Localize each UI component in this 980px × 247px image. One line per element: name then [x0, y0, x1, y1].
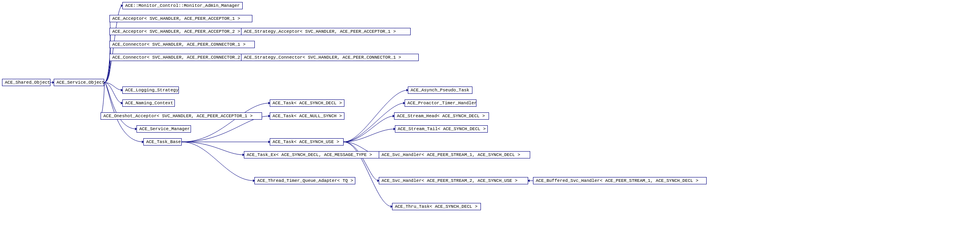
diagram-container: ACE_Shared_Object ACE_Service_Object ACE…: [0, 0, 980, 247]
node-ace-task-null-synch: ACE_Task< ACE_NULL_SYNCH >: [270, 112, 344, 120]
node-ace-thread-timer-queue-adapter: ACE_Thread_Timer_Queue_Adapter< TQ >: [254, 177, 355, 184]
node-ace-strategy-connector-1: ACE_Strategy_Connector< SVC_HANDLER, ACE…: [241, 54, 419, 61]
edges-svg: [0, 0, 980, 247]
node-ace-acceptor-1: ACE_Acceptor< SVC_HANDLER, ACE_PEER_ACCE…: [109, 15, 252, 22]
node-ace-service-object: ACE_Service_Object: [54, 79, 104, 86]
node-ace-svc-handler-1: ACE_Svc_Handler< ACE_PEER_STREAM_1, ACE_…: [379, 151, 530, 158]
node-ace-connector-2: ACE_Connector< SVC_HANDLER, ACE_PEER_CON…: [109, 54, 255, 61]
node-ace-oneshot-acceptor: ACE_Oneshot_Acceptor< SVC_HANDLER, ACE_P…: [101, 112, 262, 120]
node-ace-task-synch-use: ACE_Task< ACE_SYNCH_USE >: [270, 138, 344, 146]
node-ace-monitor-admin-manager: ACE::Monitor_Control::Monitor_Admin_Mana…: [122, 2, 243, 9]
node-ace-shared-object: ACE_Shared_Object: [2, 79, 50, 86]
node-ace-task-synch-decl: ACE_Task< ACE_SYNCH_DECL >: [270, 99, 344, 107]
node-ace-svc-handler-2: ACE_Svc_Handler< ACE_PEER_STREAM_2, ACE_…: [379, 177, 528, 184]
node-ace-naming-context: ACE_Naming_Context: [122, 99, 175, 107]
node-ace-service-manager: ACE_Service_Manager: [136, 125, 191, 133]
node-ace-logging-strategy: ACE_Logging_Strategy: [122, 87, 179, 94]
node-ace-stream-head: ACE_Stream_Head< ACE_SYNCH_DECL >: [394, 112, 489, 120]
node-ace-strategy-acceptor-1: ACE_Strategy_Acceptor< SVC_HANDLER, ACE_…: [241, 28, 411, 35]
node-ace-stream-tail: ACE_Stream_Tail< ACE_SYNCH_DECL >: [395, 125, 488, 133]
svg-marker-33: [528, 179, 529, 182]
node-ace-thru-task: ACE_Thru_Task< ACE_SYNCH_DECL >: [392, 203, 481, 210]
node-ace-asynch-pseudo-task: ACE_Asynch_Pseudo_Task: [408, 87, 472, 94]
node-ace-proactor-timer-handler: ACE_Proactor_Timer_Handler: [405, 99, 476, 107]
node-ace-buffered-svc-handler: ACE_Buffered_Svc_Handler< ACE_PEER_STREA…: [533, 177, 707, 184]
node-ace-task-base: ACE_Task_Base: [143, 138, 182, 146]
node-ace-acceptor-2: ACE_Acceptor< SVC_HANDLER, ACE_PEER_ACCE…: [109, 28, 252, 35]
node-ace-task-ex: ACE_Task_Ex< ACE_SYNCH_DECL, ACE_MESSAGE…: [244, 151, 383, 158]
node-ace-connector-1: ACE_Connector< SVC_HANDLER, ACE_PEER_CON…: [109, 41, 255, 48]
